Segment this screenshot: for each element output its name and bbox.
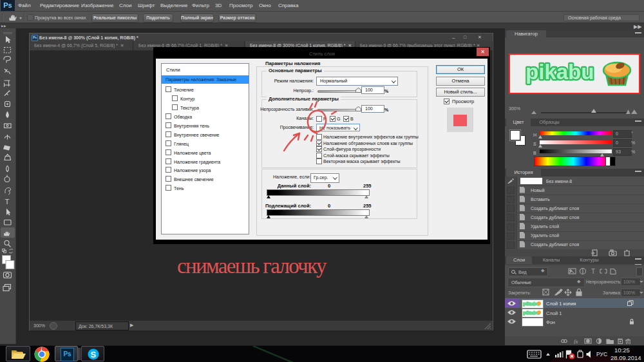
svg-text:S: S [91,350,97,359]
